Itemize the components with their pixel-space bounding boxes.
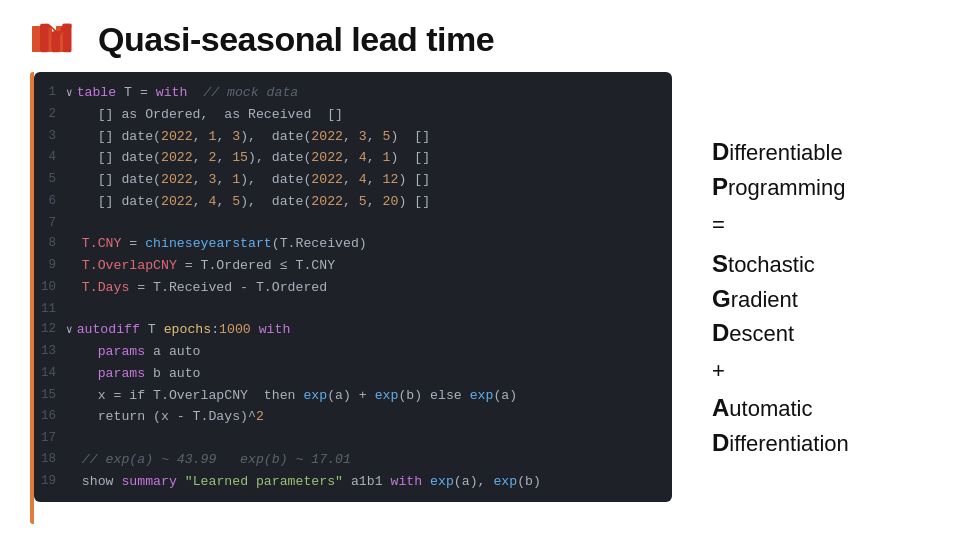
d-descent-line: Descent <box>712 316 930 351</box>
code-line-14: 14 params b auto <box>34 363 672 385</box>
d3-letter: D <box>712 429 729 456</box>
code-line-13: 13 params a auto <box>34 341 672 363</box>
radient-text: radient <box>731 287 798 312</box>
code-line-9: 9 T.OverlapCNY = T.Ordered ≤ T.CNY <box>34 255 672 277</box>
d-letter: D <box>712 138 729 165</box>
code-line-10: 10 T.Days = T.Received - T.Ordered <box>34 277 672 299</box>
code-line-11: 11 <box>34 299 672 320</box>
code-line-6: 6 [] date(2022, 4, 5), date(2022, 5, 20)… <box>34 191 672 213</box>
code-line-18: 18 // exp(a) ~ 43.99 exp(b) ~ 17.01 <box>34 449 672 471</box>
code-editor: 1 ∨table T = with // mock data 2 [] as O… <box>34 72 672 502</box>
p-programming-line: Programming <box>712 170 930 205</box>
tochastic-text: tochastic <box>728 252 815 277</box>
code-line-12: 12 ∨autodiff T epochs:1000 with <box>34 319 672 341</box>
code-line-17: 17 <box>34 428 672 449</box>
equals-line: = <box>712 209 930 241</box>
logo-mark <box>38 18 84 60</box>
main-content: 1 ∨table T = with // mock data 2 [] as O… <box>0 72 960 540</box>
right-panel: Differentiable Programming = Stochastic … <box>702 72 940 524</box>
sgd-block: Stochastic Gradient Descent <box>712 247 930 351</box>
svg-rect-6 <box>40 24 49 53</box>
utomatic-text: utomatic <box>729 396 812 421</box>
code-line-1: 1 ∨table T = with // mock data <box>34 82 672 104</box>
code-line-2: 2 [] as Ordered, as Received [] <box>34 104 672 126</box>
chevron-icon: ∨ <box>66 87 73 99</box>
s-stochastic-line: Stochastic <box>712 247 930 282</box>
code-line-5: 5 [] date(2022, 3, 1), date(2022, 4, 12)… <box>34 169 672 191</box>
chevron-icon-2: ∨ <box>66 324 73 336</box>
code-line-16: 16 return (x - T.Days)^2 <box>34 406 672 428</box>
code-line-4: 4 [] date(2022, 2, 15), date(2022, 4, 1)… <box>34 147 672 169</box>
rogramming-text: rogramming <box>728 175 845 200</box>
code-line-19: 19 show summary "Learned parameters" a1b… <box>34 471 672 493</box>
d2-letter: D <box>712 319 729 346</box>
code-line-15: 15 x = if T.OverlapCNY then exp(a) + exp… <box>34 385 672 407</box>
code-line-3: 3 [] date(2022, 1, 3), date(2022, 3, 5) … <box>34 126 672 148</box>
ifferentiation-text: ifferentiation <box>729 431 848 456</box>
page-title: Quasi-seasonal lead time <box>98 20 494 59</box>
a-automatic-line: Automatic <box>712 391 930 426</box>
code-line-8: 8 T.CNY = chineseyearstart(T.Received) <box>34 233 672 255</box>
ad-block: Automatic Differentiation <box>712 391 930 461</box>
d-differentiation-line: Differentiation <box>712 426 930 461</box>
header: Quasi-seasonal lead time <box>0 0 960 72</box>
code-panel-wrapper: 1 ∨table T = with // mock data 2 [] as O… <box>30 72 672 524</box>
code-line-7: 7 <box>34 213 672 234</box>
g-gradient-line: Gradient <box>712 282 930 317</box>
a-letter: A <box>712 394 729 421</box>
escent-text: escent <box>729 321 794 346</box>
plus-line: + <box>712 355 930 387</box>
g-letter: G <box>712 285 731 312</box>
ifferentiable-text: ifferentiable <box>729 140 842 165</box>
dp-programming-line: Differentiable <box>712 135 930 170</box>
p-letter: P <box>712 173 728 200</box>
s-letter: S <box>712 250 728 277</box>
